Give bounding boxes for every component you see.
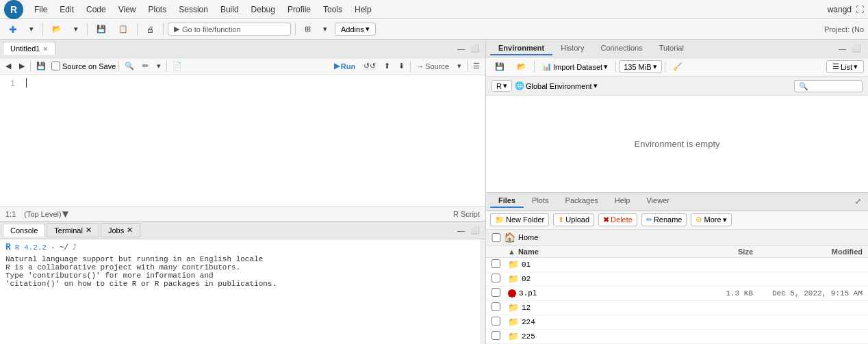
env-search-input[interactable] (794, 80, 863, 92)
select-all-checkbox[interactable] (492, 233, 501, 242)
menu-build[interactable]: Build (215, 3, 244, 16)
r-label[interactable]: R ▾ (492, 80, 512, 92)
find-btn[interactable]: 🔍 (122, 61, 137, 71)
run-below-btn[interactable]: ⬇ (396, 61, 407, 71)
tab-files[interactable]: Files (490, 194, 524, 208)
tab-environment[interactable]: Environment (490, 42, 552, 55)
console-content[interactable]: R R 4.2.2 · ~/ ⤴ Natural language suppor… (0, 239, 485, 344)
console-tab-console[interactable]: Console (3, 224, 45, 237)
source-btn[interactable]: → Source (413, 62, 452, 71)
upload-btn[interactable]: ⬆ Upload (553, 213, 594, 226)
header-size[interactable]: Size (698, 248, 753, 256)
compile-btn[interactable]: 📄 (170, 61, 185, 71)
tab-plots[interactable]: Plots (524, 194, 557, 208)
menu-help[interactable]: Help (349, 3, 377, 16)
load-env-btn[interactable]: 📂 (512, 60, 531, 73)
code-tools-dropdown[interactable]: ▾ (154, 61, 164, 71)
menu-profile[interactable]: Profile (282, 3, 316, 16)
tab-history[interactable]: History (552, 42, 592, 55)
tab-viewer[interactable]: Viewer (638, 194, 677, 208)
global-env-selector[interactable]: 🌐 Global Environment ▾ (515, 81, 598, 90)
code-editor[interactable]: 1 (0, 75, 485, 206)
grid-dropdown[interactable]: ▾ (318, 23, 332, 36)
save-all-btn[interactable]: 📋 (114, 23, 133, 36)
env-maximize-btn[interactable]: ⬜ (849, 42, 864, 54)
list-dropdown[interactable]: ▾ (854, 62, 858, 71)
browse-icon[interactable]: ⤴ (73, 243, 77, 252)
tab-close-btn[interactable]: ✕ (42, 45, 48, 53)
file-row-12[interactable]: 📁 12 (486, 301, 868, 315)
import-dataset-btn[interactable]: 📊 Import Dataset ▾ (537, 60, 613, 73)
rename-btn[interactable]: ✏ Rename (641, 213, 687, 226)
file-check-225[interactable] (492, 331, 500, 340)
jobs-close-btn[interactable]: ✕ (127, 226, 133, 235)
go-to-file-input[interactable]: ▶ Go to file/function (168, 23, 291, 36)
home-label[interactable]: Home (518, 233, 538, 241)
console-tab-terminal[interactable]: Terminal ✕ (47, 223, 99, 237)
tab-minimize-btn[interactable]: — (455, 43, 468, 54)
menu-debug[interactable]: Debug (246, 3, 281, 16)
source-dropdown[interactable]: ▾ (455, 61, 464, 71)
more-btn[interactable]: ⚙ More ▾ (691, 213, 731, 226)
file-check-12[interactable] (492, 302, 500, 311)
run-above-btn[interactable]: ⬆ (381, 61, 393, 71)
file-row-3pl[interactable]: 3.pl 1.3 KB Dec 5, 2022, 9:15 AM (486, 287, 868, 301)
menu-edit[interactable]: Edit (54, 3, 79, 16)
console-tab-jobs[interactable]: Jobs ✕ (101, 223, 140, 237)
file-row-02[interactable]: 📁 02 (486, 272, 868, 287)
console-maximize-btn[interactable]: ⬜ (468, 224, 483, 236)
save-env-btn[interactable]: 💾 (490, 60, 509, 73)
menu-view[interactable]: View (113, 3, 142, 16)
file-check-224[interactable] (492, 317, 500, 326)
tab-packages[interactable]: Packages (557, 194, 607, 208)
file-row-01[interactable]: 📁 01 (486, 258, 868, 272)
file-check-02[interactable] (492, 274, 500, 282)
clear-env-btn[interactable]: 🧹 (668, 60, 687, 73)
menu-tools[interactable]: Tools (318, 3, 348, 16)
list-view-btn[interactable]: ☰ List ▾ (826, 60, 864, 73)
menu-session[interactable]: Session (173, 3, 214, 16)
tab-tutorial[interactable]: Tutorial (651, 42, 692, 55)
header-modified[interactable]: Modified (753, 248, 863, 256)
source-on-save-checkbox[interactable] (51, 62, 60, 70)
console-scrollbar[interactable] (480, 239, 485, 344)
tab-help[interactable]: Help (607, 194, 639, 208)
open-file-btn[interactable]: 📂 (47, 23, 66, 36)
menu-plots[interactable]: Plots (143, 3, 173, 16)
tab-maximize-btn[interactable]: ⬜ (468, 42, 483, 54)
re-run-btn[interactable]: ↺↺ (361, 61, 379, 71)
print-btn[interactable]: 🖨 (142, 23, 159, 36)
addins-btn[interactable]: Addins ▾ (335, 23, 376, 36)
file-row-224[interactable]: 📁 224 (486, 315, 868, 330)
files-expand-btn[interactable]: ⤢ (852, 196, 864, 207)
code-tools-btn[interactable]: ✏ (140, 61, 151, 71)
editor-options-btn[interactable]: ☰ (470, 61, 483, 71)
terminal-close-btn[interactable]: ✕ (86, 226, 92, 235)
new-folder-btn[interactable]: 📁 New Folder (490, 213, 549, 226)
tab-connections[interactable]: Connections (592, 42, 650, 55)
level-dropdown[interactable]: ⯆ (62, 210, 69, 218)
source-on-save-label[interactable]: Source on Save (51, 62, 116, 70)
file-check-01[interactable] (492, 259, 500, 268)
file-row-225[interactable]: 📁 225 (486, 330, 868, 344)
console-minimize-btn[interactable]: — (455, 225, 468, 236)
grid-btn[interactable]: ⊞ (300, 23, 316, 36)
editor-tab-untitled1[interactable]: Untitled1 ✕ (3, 42, 55, 55)
forward-btn[interactable]: ▶ (16, 61, 27, 71)
menu-code[interactable]: Code (81, 3, 112, 16)
header-name[interactable]: ▲ Name (508, 248, 698, 256)
new-btn-dropdown[interactable]: ▾ (25, 23, 38, 36)
back-btn[interactable]: ◀ (3, 61, 14, 71)
file-check-3pl[interactable] (492, 288, 500, 297)
run-btn[interactable]: ▶ Run (331, 61, 358, 71)
more-dropdown-icon[interactable]: ▾ (723, 215, 727, 224)
code-content[interactable] (26, 78, 485, 88)
save-doc-btn[interactable]: 💾 (34, 61, 49, 71)
menu-file[interactable]: File (29, 3, 53, 16)
import-dropdown[interactable]: ▾ (604, 62, 608, 71)
save-btn[interactable]: 💾 (92, 23, 111, 36)
delete-btn[interactable]: ✖ Delete (598, 213, 637, 226)
memory-dropdown[interactable]: ▾ (653, 62, 657, 71)
new-file-btn[interactable]: ✚ (4, 22, 22, 37)
open-dropdown[interactable]: ▾ (69, 23, 83, 36)
